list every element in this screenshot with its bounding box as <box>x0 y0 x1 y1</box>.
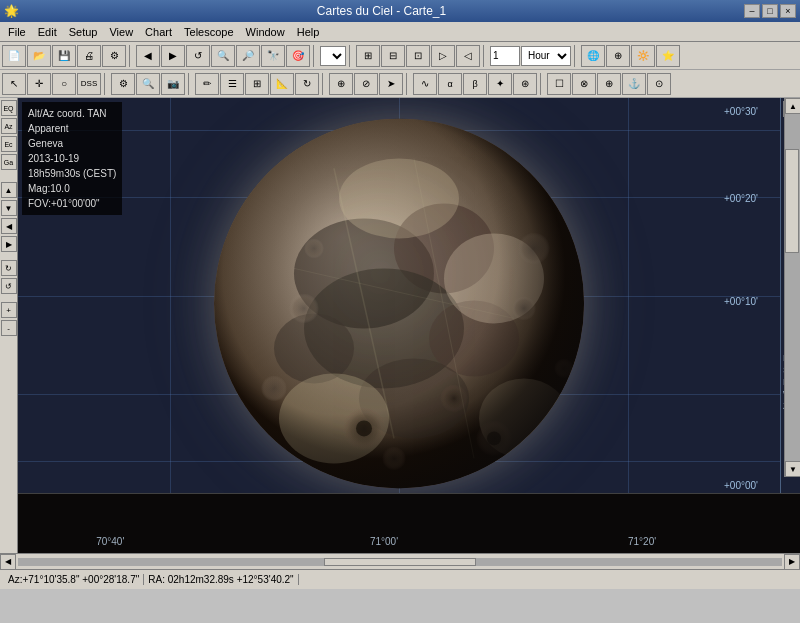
time-nav-1[interactable]: ⊞ <box>356 45 380 67</box>
grid-v-1 <box>170 98 171 493</box>
menu-window[interactable]: Window <box>240 24 291 40</box>
tb2-rotate[interactable]: ↻ <box>295 73 319 95</box>
center-button[interactable]: 🎯 <box>286 45 310 67</box>
coord-type: Alt/Az coord. TAN <box>28 106 116 121</box>
tb2-pointer[interactable]: ↖ <box>2 73 26 95</box>
main-area: EQ Az Ec Ga ▲ ▼ ◀ ▶ ↻ ↺ + - <box>0 98 800 553</box>
tb2-pencil[interactable]: ✏ <box>195 73 219 95</box>
magnitude: Mag:10.0 <box>28 181 116 196</box>
sidebar-rotate-cw[interactable]: ↻ <box>1 260 17 276</box>
sidebar-ec[interactable]: Ec <box>1 136 17 152</box>
tb2-cross[interactable]: ✛ <box>27 73 51 95</box>
menu-telescope[interactable]: Telescope <box>178 24 240 40</box>
tb2-camera[interactable]: 📷 <box>161 73 185 95</box>
zoom-out-button[interactable]: 🔎 <box>236 45 260 67</box>
tb2-wave[interactable]: ∿ <box>413 73 437 95</box>
tb2-sep-5 <box>540 73 544 95</box>
time-nav-5[interactable]: ◁ <box>456 45 480 67</box>
menu-setup[interactable]: Setup <box>63 24 104 40</box>
print-button[interactable]: 🖨 <box>77 45 101 67</box>
maximize-button[interactable]: □ <box>762 4 778 18</box>
tb2-dss[interactable]: DSS <box>77 73 101 95</box>
tb2-star[interactable]: ✦ <box>488 73 512 95</box>
sidebar-up[interactable]: ▲ <box>1 182 17 198</box>
sidebar-eq[interactable]: EQ <box>1 100 17 116</box>
minimize-button[interactable]: – <box>744 4 760 18</box>
extra-btn-3[interactable]: 🔆 <box>631 45 655 67</box>
right-ruler: ○ 30' 1 2 5 10 20 45 90 180 310 N S E W … <box>780 98 800 493</box>
toolbar2: ↖ ✛ ○ DSS ⚙ 🔍 📷 ✏ ☰ ⊞ 📐 ↻ ⊕ ⊘ ➤ ∿ α β ✦ … <box>0 70 800 98</box>
statusbar: Az:+71°10'35.8" +00°28'18.7" RA: 02h12m3… <box>0 569 800 589</box>
tb2-ruler[interactable]: 📐 <box>270 73 294 95</box>
time-nav-4[interactable]: ▷ <box>431 45 455 67</box>
tb2-dot[interactable]: ⊕ <box>597 73 621 95</box>
tb2-arrow[interactable]: ➤ <box>379 73 403 95</box>
sidebar-right[interactable]: ▶ <box>1 236 17 252</box>
vscroll-track[interactable] <box>785 114 800 461</box>
zoom-in-button[interactable]: 🔍 <box>211 45 235 67</box>
hscroll-right-button[interactable]: ▶ <box>784 554 800 570</box>
coord-mid2-right: +00°10' <box>724 296 758 307</box>
bottom-coord-right: 71°20' <box>628 536 656 547</box>
vscroll-thumb[interactable] <box>785 149 799 253</box>
menu-chart[interactable]: Chart <box>139 24 178 40</box>
bottom-coord-left: 70°40' <box>96 536 124 547</box>
sidebar-down[interactable]: ▼ <box>1 200 17 216</box>
sidebar-rotate-ccw[interactable]: ↺ <box>1 278 17 294</box>
time-nav-3[interactable]: ⊡ <box>406 45 430 67</box>
sidebar-az[interactable]: Az <box>1 118 17 134</box>
new-button[interactable]: 📄 <box>2 45 26 67</box>
tb2-ring[interactable]: ⊛ <box>513 73 537 95</box>
extra-btn-2[interactable]: ⊕ <box>606 45 630 67</box>
setup-button[interactable]: ⚙ <box>102 45 126 67</box>
tb2-greek2[interactable]: β <box>463 73 487 95</box>
sidebar-left[interactable]: ◀ <box>1 218 17 234</box>
ra-coords: RA: 02h12m32.89s +12°53'40.2" <box>144 574 298 585</box>
time-step-input[interactable] <box>490 46 520 66</box>
save-button[interactable]: 💾 <box>52 45 76 67</box>
menu-view[interactable]: View <box>103 24 139 40</box>
hscroll-thumb[interactable] <box>324 558 477 566</box>
sidebar-zoom-out[interactable]: - <box>1 320 17 336</box>
tb2-square[interactable]: ☐ <box>547 73 571 95</box>
menu-edit[interactable]: Edit <box>32 24 63 40</box>
extra-btn-1[interactable]: 🌐 <box>581 45 605 67</box>
tb2-minus[interactable]: ⊘ <box>354 73 378 95</box>
menu-help[interactable]: Help <box>291 24 326 40</box>
vscroll-down-button[interactable]: ▼ <box>785 461 800 477</box>
open-button[interactable]: 📂 <box>27 45 51 67</box>
az-coords: Az:+71°10'35.8" +00°28'18.7" <box>4 574 144 585</box>
sidebar-zoom-in[interactable]: + <box>1 302 17 318</box>
hscroll-track[interactable] <box>18 558 782 566</box>
next-button[interactable]: ▶ <box>161 45 185 67</box>
prev-button[interactable]: ◀ <box>136 45 160 67</box>
tb2-alpha[interactable]: α <box>438 73 462 95</box>
time-step-combo[interactable] <box>320 46 346 66</box>
tb2-target[interactable]: ⊙ <box>647 73 671 95</box>
tb2-search[interactable]: 🔍 <box>136 73 160 95</box>
toolbar-separator-1 <box>129 45 133 67</box>
time-nav-2[interactable]: ⊟ <box>381 45 405 67</box>
tb2-grid[interactable]: ⊞ <box>245 73 269 95</box>
time-unit-combo[interactable]: Hour <box>521 46 571 66</box>
time: 18h59m30s (CEST) <box>28 166 116 181</box>
tb2-anchor[interactable]: ⚓ <box>622 73 646 95</box>
close-button[interactable]: × <box>780 4 796 18</box>
tb2-list[interactable]: ☰ <box>220 73 244 95</box>
location: Geneva <box>28 136 116 151</box>
find-button[interactable]: 🔭 <box>261 45 285 67</box>
vscroll-up-button[interactable]: ▲ <box>785 98 800 114</box>
toolbar1: 📄 📂 💾 🖨 ⚙ ◀ ▶ ↺ 🔍 🔎 🔭 🎯 ⊞ ⊟ ⊡ ▷ ◁ Hour 🌐… <box>0 42 800 70</box>
sidebar-ga[interactable]: Ga <box>1 154 17 170</box>
tb2-cross2[interactable]: ⊗ <box>572 73 596 95</box>
hscroll-left-button[interactable]: ◀ <box>0 554 16 570</box>
tb2-gear[interactable]: ⚙ <box>111 73 135 95</box>
starmap[interactable]: Alt/Az coord. TAN Apparent Geneva 2013-1… <box>18 98 780 493</box>
refresh-button[interactable]: ↺ <box>186 45 210 67</box>
titlebar-left: 🌟 <box>4 4 19 18</box>
extra-btn-4[interactable]: ⭐ <box>656 45 680 67</box>
tb2-plus[interactable]: ⊕ <box>329 73 353 95</box>
coord-bot-right: +00°00' <box>724 480 758 491</box>
tb2-circle[interactable]: ○ <box>52 73 76 95</box>
menu-file[interactable]: File <box>2 24 32 40</box>
